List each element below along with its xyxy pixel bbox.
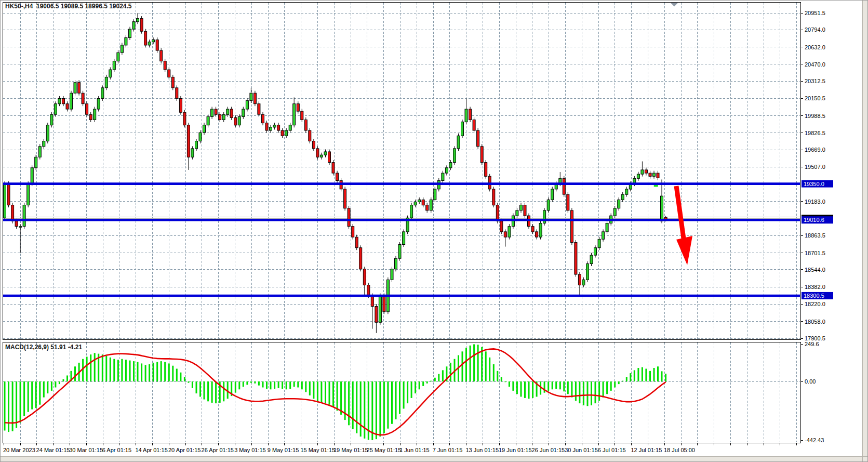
chart-window: 20951.520794.020632.020470.020312.520150… bbox=[0, 0, 868, 462]
price-axis-label: 20951.5 bbox=[805, 10, 825, 16]
price-axis-label: 18701.5 bbox=[805, 250, 825, 256]
date-label: 20 Apr 01:15 bbox=[168, 447, 201, 453]
date-label: 6 Jul 01:15 bbox=[598, 447, 626, 453]
svg-text:18300.5: 18300.5 bbox=[804, 293, 824, 299]
chart-title: HK50-,H4 19006.5 19089.5 18996.5 19024.5 bbox=[5, 3, 132, 10]
price-axis-label: 19183.0 bbox=[805, 199, 825, 205]
close-dash-marker bbox=[654, 185, 658, 187]
price-axis-label: 20150.5 bbox=[805, 95, 825, 101]
price-axis-label: 18058.0 bbox=[805, 319, 825, 325]
date-label: 24 Mar 01:15 bbox=[36, 447, 70, 453]
price-axis-label: 20632.0 bbox=[805, 44, 825, 50]
date-label: 26 Apr 01:15 bbox=[202, 447, 234, 453]
date-label: 20 Mar 2023 bbox=[3, 447, 35, 453]
date-label: 15 May 01:15 bbox=[300, 447, 335, 453]
price-axis-label: 18220.0 bbox=[805, 301, 825, 307]
chart-canvas[interactable]: 20951.520794.020632.020470.020312.520150… bbox=[1, 1, 868, 462]
svg-text:19010.6: 19010.6 bbox=[804, 217, 824, 223]
panel-splitter[interactable] bbox=[3, 340, 800, 342]
price-axis-label: 19988.5 bbox=[805, 113, 825, 119]
macd-axis-label: 249.6 bbox=[805, 341, 819, 347]
price-axis-label: 18544.0 bbox=[805, 267, 825, 273]
date-label: 1 Jun 01:15 bbox=[399, 447, 430, 453]
date-label: 26 Jun 01:15 bbox=[532, 447, 565, 453]
price-axis-label: 20312.5 bbox=[805, 78, 825, 84]
date-label: 19 Jun 01:15 bbox=[499, 447, 532, 453]
date-label: 30 Mar 01:15 bbox=[69, 447, 103, 453]
price-axis-label: 20794.0 bbox=[805, 27, 825, 33]
date-label: 6 Apr 01:15 bbox=[102, 447, 131, 453]
svg-text:19350.0: 19350.0 bbox=[804, 181, 824, 187]
date-label: 25 May 01:15 bbox=[367, 447, 402, 453]
time-axis[interactable]: 20 Mar 202324 Mar 01:1530 Mar 01:156 Apr… bbox=[3, 443, 797, 453]
date-label: 12 Jul 01:15 bbox=[631, 447, 662, 453]
price-axis[interactable]: 20951.520794.020632.020470.020312.520150… bbox=[800, 10, 825, 443]
macd-indicator-label: MACD(12,26,9) 51.91 -4.21 bbox=[5, 344, 82, 351]
date-label: 13 Jun 01:15 bbox=[465, 447, 499, 453]
date-label: 19 May 01:15 bbox=[333, 447, 368, 453]
macd-axis-label: -442.43 bbox=[805, 437, 824, 443]
date-label: 9 May 01:15 bbox=[268, 447, 299, 453]
date-label: 14 Apr 01:15 bbox=[135, 447, 167, 453]
price-axis-label: 20470.0 bbox=[805, 61, 825, 68]
price-axis-label: 19669.0 bbox=[805, 147, 825, 153]
date-label: 30 Jun 01:15 bbox=[565, 447, 598, 453]
macd-axis-label: 0.00 bbox=[805, 378, 816, 385]
price-axis-label: 18382.0 bbox=[805, 284, 825, 290]
date-label: 7 Jun 01:15 bbox=[433, 447, 463, 453]
price-axis-label: 19507.0 bbox=[805, 164, 825, 170]
date-label: 18 Jul 05:00 bbox=[664, 447, 695, 453]
price-axis-label: 18863.5 bbox=[805, 232, 825, 239]
date-label: 3 May 01:15 bbox=[234, 447, 266, 453]
price-axis-label: 19826.5 bbox=[805, 130, 825, 136]
